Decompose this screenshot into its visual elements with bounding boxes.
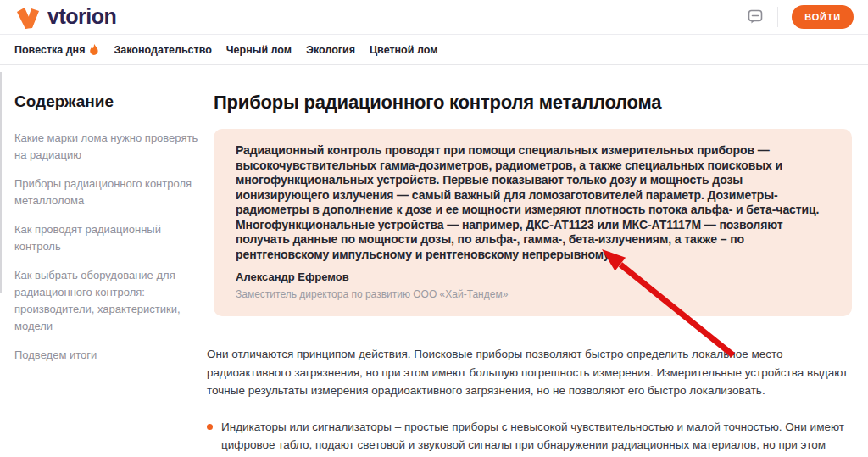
toc-item-scrap-grades[interactable]: Какие марки лома нужно проверять на ради… <box>14 130 199 164</box>
table-of-contents: Содержание Какие марки лома нужно провер… <box>0 92 207 457</box>
site-logo[interactable]: vtorion <box>14 6 116 29</box>
header-actions: ВОЙТИ <box>748 5 854 29</box>
header-divider <box>777 7 778 27</box>
toc-title: Содержание <box>14 92 207 111</box>
article-paragraph: Они отличаются принципом действия. Поиск… <box>207 345 852 400</box>
expert-quote-block: Радиационный контроль проводят при помощ… <box>214 129 852 316</box>
nav-item-ecology[interactable]: Экология <box>306 44 355 56</box>
nav-item-ferrous-scrap[interactable]: Черный лом <box>226 44 292 56</box>
expert-quote-author: Александр Ефремов <box>236 270 830 283</box>
expert-quote-author-role: Заместитель директора по развитию ООО «Х… <box>236 288 830 300</box>
bullet-dot-icon <box>207 424 213 430</box>
nav-item-legislation[interactable]: Законодательство <box>114 44 211 56</box>
nav-item-nonferrous-scrap[interactable]: Цветной лом <box>370 44 437 56</box>
toc-item-how-to-choose-equipment[interactable]: Как выбрать оборудование для радиационно… <box>14 267 199 335</box>
article: Приборы радиационного контроля металлоло… <box>207 92 868 457</box>
flame-icon <box>89 44 99 56</box>
main-nav: Повестка дня Законодательство Черный лом… <box>0 35 868 65</box>
list-item-text: Индикаторы или сигнализаторы – простые п… <box>221 418 852 457</box>
expert-quote-text: Радиационный контроль проводят при помощ… <box>236 143 830 262</box>
nav-item-agenda[interactable]: Повестка дня <box>14 44 99 56</box>
content-area: Содержание Какие марки лома нужно провер… <box>0 65 868 457</box>
toc-item-how-control-is-done[interactable]: Как проводят радиационный контроль <box>14 221 199 255</box>
logo-v-icon <box>14 6 40 29</box>
site-header: vtorion ВОЙТИ <box>0 0 868 35</box>
login-button[interactable]: ВОЙТИ <box>792 5 854 29</box>
nav-agenda-label: Повестка дня <box>14 44 85 56</box>
list-item: Индикаторы или сигнализаторы – простые п… <box>207 418 852 457</box>
device-types-list: Индикаторы или сигнализаторы – простые п… <box>207 418 852 457</box>
toc-list: Какие марки лома нужно проверять на ради… <box>14 130 199 364</box>
chat-icon[interactable] <box>748 9 764 25</box>
page-title: Приборы радиационного контроля металлоло… <box>214 92 852 114</box>
logo-text: vtorion <box>47 6 116 29</box>
left-edge-divider <box>0 72 2 293</box>
page: { "colors": { "accent_orange": "#f0611f"… <box>0 0 868 457</box>
toc-item-control-devices[interactable]: Приборы радиационного контроля металлоло… <box>14 176 199 209</box>
toc-item-summary[interactable]: Подведем итоги <box>14 347 199 364</box>
